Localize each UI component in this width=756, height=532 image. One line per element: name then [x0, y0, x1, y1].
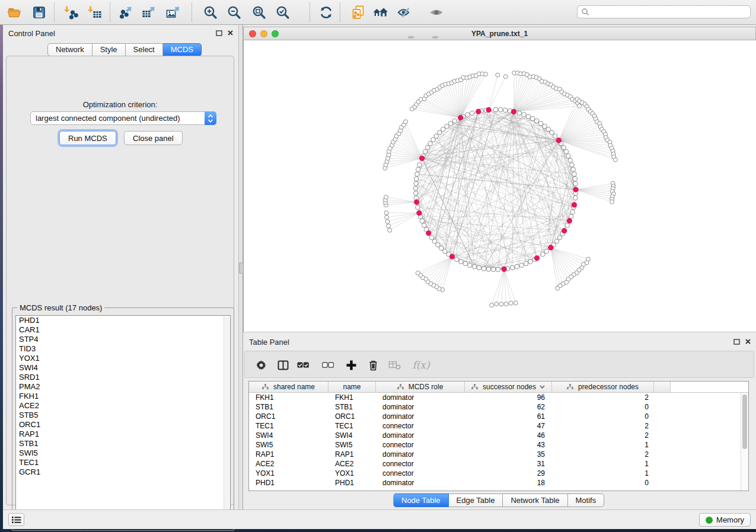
import-table-button[interactable] [87, 4, 103, 21]
open-session-button[interactable] [6, 4, 23, 21]
export-network-button[interactable] [118, 4, 135, 21]
network-node[interactable] [443, 249, 448, 254]
export-table-button[interactable] [141, 4, 157, 21]
network-node[interactable] [554, 239, 559, 244]
network-node[interactable] [562, 145, 566, 150]
network-node[interactable] [438, 130, 442, 135]
table-row[interactable]: FKH1FKH1dominator962 [249, 393, 741, 402]
close-panel-icon[interactable] [227, 30, 234, 36]
column-header-predecessor-nodes[interactable]: predecessor nodes [552, 382, 654, 392]
network-node[interactable] [486, 267, 491, 272]
duplicate-network-button[interactable] [350, 4, 366, 21]
destroy-table-button[interactable] [388, 358, 402, 372]
network-node[interactable] [387, 224, 391, 228]
mcds-hub-node[interactable] [476, 109, 481, 114]
network-node[interactable] [470, 111, 474, 116]
column-header-successor-nodes[interactable]: successor nodes [465, 382, 552, 392]
network-node[interactable] [556, 286, 560, 290]
network-node[interactable] [564, 149, 569, 154]
close-window-button[interactable] [249, 30, 256, 37]
table-tab-network-table[interactable]: Network Table [503, 493, 567, 507]
network-node[interactable] [413, 191, 418, 196]
network-node[interactable] [428, 142, 433, 146]
mcds-list-scrollbar[interactable] [224, 316, 229, 526]
network-node[interactable] [445, 124, 449, 129]
table-tab-node-table[interactable]: Node Table [393, 493, 449, 507]
tab-mcds[interactable]: MCDS [163, 43, 202, 56]
mcds-result-item[interactable]: SWI4 [16, 363, 230, 373]
zoom-selected-button[interactable] [275, 4, 291, 21]
network-node[interactable] [414, 181, 419, 186]
mcds-result-item[interactable]: ACE2 [16, 401, 230, 411]
network-node[interactable] [515, 264, 519, 269]
table-row[interactable]: SWI4SWI4dominator462 [249, 431, 741, 440]
mcds-result-item[interactable]: SWI5 [16, 448, 230, 458]
mcds-hub-node[interactable] [426, 230, 432, 236]
first-neighbors-button[interactable] [372, 4, 389, 21]
network-node[interactable] [522, 113, 527, 117]
zoom-out-button[interactable] [226, 4, 243, 21]
network-node[interactable] [573, 177, 578, 181]
network-node[interactable] [528, 259, 533, 264]
mcds-hub-node[interactable] [449, 254, 455, 259]
apply-layout-button[interactable] [318, 4, 334, 21]
network-node[interactable] [496, 73, 500, 77]
network-node[interactable] [455, 257, 460, 262]
select-all-button[interactable] [296, 358, 310, 372]
network-node[interactable] [490, 303, 494, 307]
network-node[interactable] [510, 265, 515, 270]
column-header-name[interactable]: name [328, 382, 376, 392]
column-header-shared-name[interactable]: shared name [249, 382, 328, 392]
mcds-result-item[interactable]: STP4 [16, 335, 230, 344]
network-node[interactable] [468, 263, 473, 268]
network-node[interactable] [513, 301, 518, 305]
network-canvas[interactable] [243, 40, 756, 332]
network-node[interactable] [429, 235, 434, 240]
network-node[interactable] [546, 127, 551, 132]
network-node[interactable] [550, 130, 554, 135]
network-node[interactable] [538, 121, 543, 126]
network-node[interactable] [503, 108, 508, 113]
network-node[interactable] [448, 121, 453, 126]
network-node[interactable] [465, 113, 470, 117]
delete-column-button[interactable] [366, 358, 380, 372]
mcds-result-item[interactable]: ORC1 [16, 420, 230, 430]
network-node[interactable] [420, 219, 425, 223]
export-image-button[interactable] [165, 4, 181, 21]
table-settings-button[interactable] [254, 358, 268, 372]
scrollbar-thumb[interactable] [742, 395, 747, 449]
network-node[interactable] [434, 134, 439, 139]
mcds-result-item[interactable]: YOX1 [16, 354, 230, 363]
network-node[interactable] [541, 252, 546, 257]
network-node[interactable] [498, 107, 503, 112]
network-node[interactable] [452, 118, 457, 123]
table-row[interactable]: PHD1PHD1dominator180 [249, 478, 741, 488]
optimization-criterion-select[interactable]: largest connected component (undirected) [30, 111, 216, 125]
close-panel-button[interactable]: Close panel [124, 131, 183, 145]
table-row[interactable]: ORC1ORC1dominator610 [249, 412, 741, 421]
table-row[interactable]: TEC1TEC1connector472 [249, 421, 741, 431]
network-node[interactable] [425, 145, 430, 150]
table-row[interactable]: RAP1RAP1dominator352 [249, 450, 741, 459]
network-node[interactable] [477, 265, 481, 270]
network-node[interactable] [573, 196, 578, 200]
float-panel-icon[interactable] [733, 339, 740, 345]
table-scrollbar[interactable] [741, 393, 748, 491]
split-panel-button[interactable] [276, 358, 290, 372]
run-mcds-button[interactable]: Run MCDS [59, 131, 116, 145]
function-builder-button[interactable]: f(x) [411, 358, 431, 372]
mcds-result-item[interactable]: TID3 [16, 344, 230, 354]
network-node[interactable] [422, 223, 427, 228]
tab-style[interactable]: Style [92, 43, 126, 56]
network-node[interactable] [481, 267, 486, 271]
mcds-result-item[interactable]: PHD1 [16, 316, 230, 325]
network-node[interactable] [484, 72, 488, 76]
minimize-window-button[interactable] [260, 30, 267, 37]
mcds-hub-node[interactable] [573, 187, 579, 193]
network-node[interactable] [463, 261, 468, 266]
network-node[interactable] [493, 107, 498, 112]
network-node[interactable] [416, 205, 420, 210]
zoom-fit-button[interactable] [251, 4, 267, 21]
network-node[interactable] [610, 200, 614, 204]
mcds-hub-node[interactable] [572, 203, 577, 208]
